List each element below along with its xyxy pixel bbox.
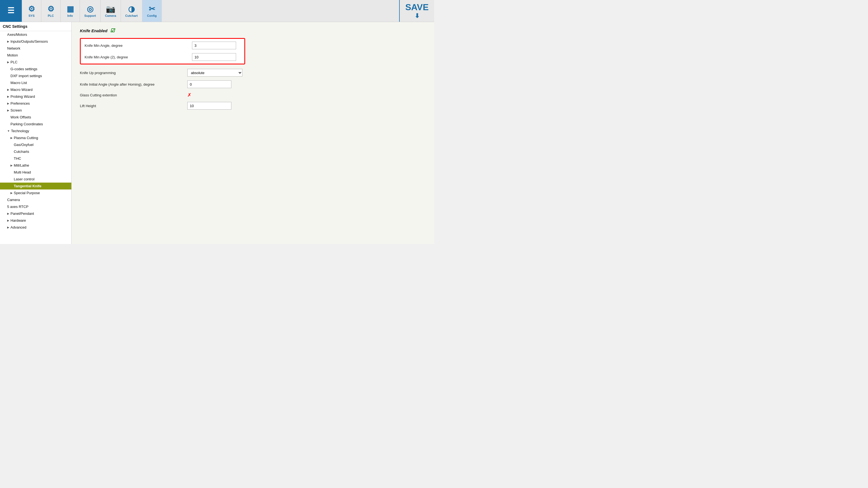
sidebar-item-work-offsets[interactable]: Work Offsets: [0, 114, 71, 121]
lift-height-input[interactable]: [187, 102, 231, 109]
macro-wizard-chevron: ▶: [7, 88, 9, 91]
glass-cutting-row: Glass Cutting extention ✗: [80, 92, 426, 98]
main-layout: CNC Settings Axes/Motors ▶ Inputs/Output…: [0, 22, 434, 244]
gas-oxyfuel-label: Gas/Oxyfuel: [14, 143, 34, 147]
sidebar-item-probing-wizard[interactable]: ▶ Probing Wizard: [0, 93, 71, 100]
sidebar-item-camera[interactable]: Camera: [0, 196, 71, 203]
knife-min-angle-input[interactable]: [192, 41, 236, 49]
sidebar-item-inputs-outputs[interactable]: ▶ Inputs/Outputs/Sensors: [0, 38, 71, 45]
sidebar-item-tangential-knife[interactable]: Tangential Knife: [0, 183, 71, 190]
motion-label: Motion: [7, 53, 18, 57]
sidebar-item-gas-oxyfuel[interactable]: Gas/Oxyfuel: [0, 141, 71, 148]
knife-enabled-checkbox[interactable]: ☑: [110, 28, 115, 34]
screen-label: Screen: [10, 108, 22, 112]
preferences-chevron: ▶: [7, 102, 9, 105]
hardware-chevron: ▶: [7, 219, 9, 222]
sidebar-item-cutcharts[interactable]: Cutcharts: [0, 148, 71, 155]
sidebar-item-axes-motors[interactable]: Axes/Motors: [0, 31, 71, 38]
knife-initial-angle-label: Knife Initial Angle (Angle after Homing)…: [80, 82, 185, 87]
plasma-cutting-label: Plasma Cutting: [14, 136, 38, 140]
panel-pendant-label: Panel/Pendant: [10, 212, 34, 216]
knife-up-programming-row: Knife Up programming absolute relative i…: [80, 69, 426, 76]
sidebar-item-5axes[interactable]: 5 axes RTCP: [0, 203, 71, 210]
probing-chevron: ▶: [7, 95, 9, 98]
camera-icon: 📷: [106, 4, 116, 13]
work-offsets-label: Work Offsets: [10, 115, 31, 119]
advanced-label: Advanced: [10, 225, 26, 229]
knife-min-angle-2-label: Knife Min Angle (2), degree: [85, 55, 189, 59]
sidebar-item-technology[interactable]: ▼ Technology: [0, 128, 71, 134]
support-icon: ◎: [87, 4, 93, 13]
sidebar-item-preferences[interactable]: ▶ Preferences: [0, 100, 71, 107]
knife-initial-angle-input[interactable]: [187, 80, 231, 88]
technology-chevron: ▼: [7, 129, 10, 132]
knife-initial-angle-row: Knife Initial Angle (Angle after Homing)…: [80, 80, 426, 88]
sidebar-item-mill-lathe[interactable]: ▶ Mill/Lathe: [0, 162, 71, 169]
save-arrow-icon: ⬇: [414, 12, 420, 20]
toolbar: ☰ ⚙ SYS ⚙ PLC ▦ Info ◎ Support 📷 Camera …: [0, 0, 434, 22]
preferences-label: Preferences: [10, 101, 30, 105]
knife-min-angle-row: Knife Min Angle, degree: [85, 41, 241, 49]
sidebar-item-laser-control[interactable]: Laser control: [0, 176, 71, 183]
toolbar-info[interactable]: ▦ Info: [61, 0, 80, 22]
sidebar-item-special-purpose[interactable]: ▶ Special Purpose: [0, 190, 71, 196]
sidebar-item-motion[interactable]: Motion: [0, 52, 71, 59]
cutchart-icon: ◑: [128, 4, 135, 13]
toolbar-support[interactable]: ◎ Support: [80, 0, 100, 22]
sidebar-item-macro-wizard[interactable]: ▶ Macro Wizard: [0, 86, 71, 93]
sidebar-item-plc[interactable]: ▶ PLC: [0, 59, 71, 66]
sidebar-item-macro-list[interactable]: Macro List: [0, 79, 71, 86]
sidebar-item-gcodes[interactable]: G-codes settings: [0, 66, 71, 72]
toolbar-plc[interactable]: ⚙ PLC: [41, 0, 61, 22]
menu-icon: ☰: [7, 6, 14, 15]
mill-chevron: ▶: [10, 164, 13, 167]
special-purpose-label: Special Purpose: [14, 191, 40, 195]
axes-motors-label: Axes/Motors: [7, 32, 27, 37]
screen-chevron: ▶: [7, 109, 9, 112]
sidebar-item-plasma-cutting[interactable]: ▶ Plasma Cutting: [0, 134, 71, 141]
advanced-chevron: ▶: [7, 226, 9, 229]
content-area: Knife Enabled ☑ Knife Min Angle, degree …: [72, 22, 434, 244]
sidebar-title: CNC Settings: [0, 22, 71, 31]
sidebar-item-panel-pendant[interactable]: ▶ Panel/Pendant: [0, 210, 71, 217]
plc-label: PLC: [10, 60, 18, 64]
macro-list-label: Macro List: [10, 81, 27, 85]
toolbar-cutchart[interactable]: ◑ Cutchart: [121, 0, 143, 22]
dxf-label: DXF import settings: [10, 74, 42, 78]
macro-wizard-label: Macro Wizard: [10, 88, 32, 92]
inputs-chevron: ▶: [7, 40, 9, 43]
knife-up-programming-select[interactable]: absolute relative incremental: [187, 69, 242, 76]
cutcharts-label: Cutcharts: [14, 150, 29, 154]
sidebar-item-parking[interactable]: Parking Coordinates: [0, 121, 71, 128]
sys-icon: ⚙: [28, 4, 35, 13]
5axes-label: 5 axes RTCP: [7, 205, 28, 209]
toolbar-config[interactable]: ✂ Config: [143, 0, 162, 22]
sidebar-item-network[interactable]: Network: [0, 45, 71, 52]
sidebar-item-thc[interactable]: THC: [0, 155, 71, 162]
special-chevron: ▶: [10, 191, 13, 194]
sidebar-item-advanced[interactable]: ▶ Advanced: [0, 224, 71, 231]
menu-button[interactable]: ☰: [0, 0, 22, 22]
knife-up-programming-label: Knife Up programming: [80, 71, 185, 75]
inputs-outputs-label: Inputs/Outputs/Sensors: [10, 39, 48, 43]
sidebar-item-hardware[interactable]: ▶ Hardware: [0, 217, 71, 224]
parking-label: Parking Coordinates: [10, 122, 43, 126]
toolbar-sys[interactable]: ⚙ SYS: [22, 0, 41, 22]
hardware-label: Hardware: [10, 218, 26, 223]
sidebar-item-dxf[interactable]: DXF import settings: [0, 72, 71, 79]
section-title: Knife Enabled ☑: [80, 28, 426, 34]
save-button[interactable]: SAVE ⬇: [399, 0, 434, 22]
mill-lathe-label: Mill/Lathe: [14, 163, 29, 167]
plc-icon: ⚙: [48, 4, 54, 13]
knife-min-angle-2-input[interactable]: [192, 53, 236, 61]
sidebar-item-multi-head[interactable]: Multi Head: [0, 169, 71, 176]
sidebar-item-screen[interactable]: ▶ Screen: [0, 107, 71, 114]
thc-label: THC: [14, 156, 21, 161]
lift-height-row: Lift Height: [80, 102, 426, 109]
glass-cutting-checkbox[interactable]: ✗: [187, 92, 191, 98]
plc-chevron: ▶: [7, 61, 9, 64]
gcodes-label: G-codes settings: [10, 67, 37, 71]
multi-head-label: Multi Head: [14, 170, 31, 174]
knife-min-angle-2-row: Knife Min Angle (2), degree: [85, 53, 241, 61]
toolbar-camera[interactable]: 📷 Camera: [100, 0, 121, 22]
